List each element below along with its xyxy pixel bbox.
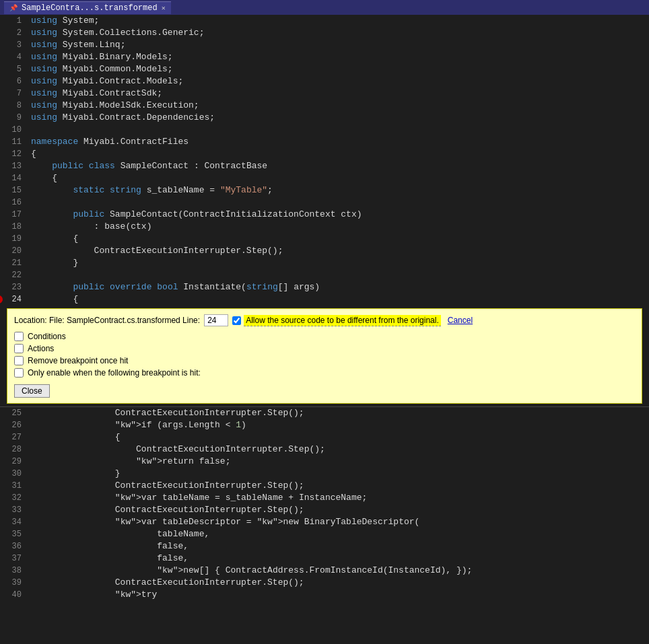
line-content: public override bool Instantiate(string[… <box>28 281 649 293</box>
line-content: public SampleContact(ContractInitializat… <box>28 209 649 221</box>
code-line: 17 public SampleContact(ContractInitiali… <box>0 209 649 221</box>
line-number: 8 <box>0 100 28 112</box>
breakpoint-indicator <box>0 295 3 303</box>
line-content: : base(ctx) <box>28 221 649 233</box>
line-number: 35 <box>0 528 28 540</box>
code-line: 31 ContractExecutionInterrupter.Step(); <box>0 480 649 492</box>
conditions-label: Conditions <box>28 332 66 341</box>
code-line: 1using System; <box>0 15 649 27</box>
line-number: 10 <box>0 124 28 136</box>
line-number: 36 <box>0 540 28 552</box>
breakpoint-popup: Location: File: SampleContract.cs.transf… <box>7 308 642 404</box>
line-number: 27 <box>0 431 28 443</box>
code-line: 26 "kw">if (args.Length < 1) <box>0 419 649 431</box>
line-content: "kw">try <box>28 589 649 601</box>
line-content: ContractExecutionInterrupter.Step(); <box>28 443 649 456</box>
only-enable-row: Only enable when the following breakpoin… <box>14 368 635 378</box>
code-line: 2using System.Collections.Generic; <box>0 27 649 39</box>
actions-checkbox[interactable] <box>14 344 24 353</box>
cancel-link[interactable]: Cancel <box>448 316 473 325</box>
actions-label: Actions <box>28 344 54 353</box>
code-line: 11namespace Miyabi.ContractFiles <box>0 136 649 148</box>
code-line: 12{ <box>0 148 649 160</box>
code-line: 20 ContractExecutionInterrupter.Step(); <box>0 245 649 257</box>
code-line: 21 } <box>0 257 649 269</box>
line-content: "kw">var tableName = s_tableName + Insta… <box>28 492 649 504</box>
bottom-code-area: 25 ContractExecutionInterrupter.Step();2… <box>0 407 649 601</box>
line-content: false, <box>28 540 649 552</box>
editor-tab[interactable]: 📌 SampleContra...s.transformed ✕ <box>4 1 171 14</box>
code-line: 15 static string s_tableName = "MyTable"… <box>0 184 649 196</box>
line-number: 18 <box>0 221 28 233</box>
line-number: 21 <box>0 257 28 269</box>
line-number: 37 <box>0 552 28 565</box>
line-number: 15 <box>0 184 28 196</box>
code-line: 8using Miyabi.ModelSdk.Execution; <box>0 100 649 112</box>
line-content: ContractExecutionInterrupter.Step(); <box>28 245 649 257</box>
remove-breakpoint-checkbox[interactable] <box>14 356 24 365</box>
code-line: 22 <box>0 269 649 281</box>
code-line: 24 { <box>0 293 649 306</box>
conditions-checkbox[interactable] <box>14 332 24 341</box>
remove-breakpoint-label: Remove breakpoint once hit <box>28 356 128 365</box>
line-content: { <box>28 293 649 306</box>
line-number: 25 <box>0 407 28 419</box>
close-button[interactable]: Close <box>14 384 50 398</box>
allow-source-checkbox[interactable] <box>232 316 241 325</box>
line-content: "kw">if (args.Length < 1) <box>28 419 649 431</box>
code-line: 9using Miyabi.Contract.Dependencies; <box>0 112 649 124</box>
line-content: } <box>28 468 649 480</box>
line-number: 32 <box>0 492 28 504</box>
line-number: 3 <box>0 39 28 51</box>
code-line: 33 ContractExecutionInterrupter.Step(); <box>0 504 649 516</box>
line-number: 28 <box>0 443 28 456</box>
line-number: 19 <box>0 233 28 245</box>
line-number: 14 <box>0 172 28 184</box>
line-content: "kw">return false; <box>28 456 649 468</box>
code-line: 32 "kw">var tableName = s_tableName + In… <box>0 492 649 504</box>
code-line: 23 public override bool Instantiate(stri… <box>0 281 649 293</box>
line-number: 12 <box>0 148 28 160</box>
line-number: 26 <box>0 419 28 431</box>
line-content: using Miyabi.Contract.Models; <box>28 75 649 87</box>
line-content: using Miyabi.Common.Models; <box>28 63 649 75</box>
allow-label: Allow the source code to be different fr… <box>244 315 441 326</box>
line-content: { <box>28 148 649 160</box>
code-line: 30 } <box>0 468 649 480</box>
line-number: 5 <box>0 63 28 75</box>
line-input[interactable] <box>204 314 228 326</box>
code-line: 35 tableName, <box>0 528 649 540</box>
code-line: 36 false, <box>0 540 649 552</box>
line-number: 20 <box>0 245 28 257</box>
code-line: 29 "kw">return false; <box>0 456 649 468</box>
code-line: 25 ContractExecutionInterrupter.Step(); <box>0 407 649 419</box>
line-content: tableName, <box>28 528 649 540</box>
line-content: static string s_tableName = "MyTable"; <box>28 184 649 196</box>
line-content: "kw">var tableDescriptor = "kw">new Bina… <box>28 516 649 528</box>
line-content: using Miyabi.Binary.Models; <box>28 51 649 63</box>
line-number: 22 <box>0 269 28 281</box>
code-line: 14 { <box>0 172 649 184</box>
code-line: 18 : base(ctx) <box>0 221 649 233</box>
line-number: 13 <box>0 160 28 172</box>
line-content: namespace Miyabi.ContractFiles <box>28 136 649 148</box>
line-number: 39 <box>0 577 28 589</box>
tab-close-icon[interactable]: ✕ <box>162 4 166 12</box>
line-number: 29 <box>0 456 28 468</box>
line-content: ContractExecutionInterrupter.Step(); <box>28 504 649 516</box>
allow-source-checkbox-label[interactable]: Allow the source code to be different fr… <box>232 315 441 326</box>
line-number: 7 <box>0 87 28 100</box>
conditions-row: Conditions <box>14 332 635 341</box>
only-enable-label: Only enable when the following breakpoin… <box>28 368 201 378</box>
line-number: 34 <box>0 516 28 528</box>
line-number: 1 <box>0 15 28 27</box>
line-number: 23 <box>0 281 28 293</box>
code-line: 37 false, <box>0 552 649 565</box>
line-content: } <box>28 257 649 269</box>
line-content: using Miyabi.ContractSdk; <box>28 87 649 100</box>
code-line: 38 "kw">new[] { ContractAddress.FromInst… <box>0 565 649 577</box>
only-enable-checkbox[interactable] <box>14 368 24 378</box>
code-line: 16 <box>0 196 649 209</box>
line-content: using Miyabi.Contract.Dependencies; <box>28 112 649 124</box>
line-content: false, <box>28 552 649 565</box>
